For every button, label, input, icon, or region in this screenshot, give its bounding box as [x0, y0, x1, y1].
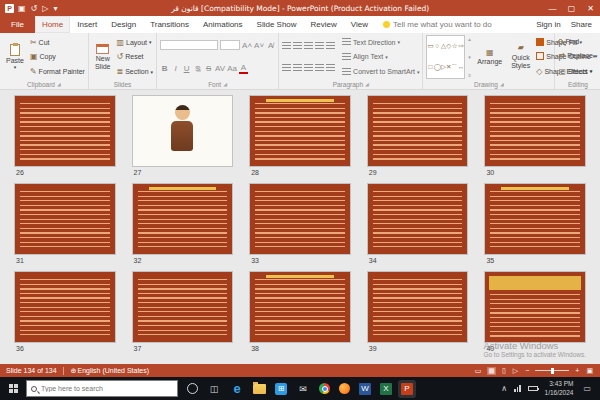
zoom-in-icon[interactable]: +	[574, 367, 580, 374]
shape-icon[interactable]: ○	[435, 43, 439, 50]
paste-button[interactable]: Paste ▾	[3, 35, 27, 79]
taskbar-excel-icon[interactable]: X	[380, 383, 392, 395]
copy-button[interactable]: ▣Copy	[30, 52, 85, 61]
zoom-slider[interactable]	[535, 370, 569, 371]
reading-view-icon[interactable]: ▯	[501, 367, 507, 375]
taskbar-file-explorer-icon[interactable]	[253, 384, 266, 394]
maximize-icon[interactable]: ▢	[562, 0, 581, 16]
share-button[interactable]: Share	[571, 20, 592, 29]
underline-button[interactable]: U	[182, 64, 191, 73]
minimize-icon[interactable]: —	[543, 0, 562, 16]
network-icon[interactable]	[514, 385, 521, 392]
taskbar-clock[interactable]: 3:43 PM 1/16/2024	[545, 380, 574, 396]
shape-icon[interactable]: □	[429, 64, 433, 71]
align-left-icon[interactable]	[282, 64, 291, 72]
slide-thumbnail-35[interactable]	[484, 183, 586, 255]
slide-sorter-view-icon[interactable]: ▦	[487, 367, 496, 375]
format-painter-button[interactable]: ✎Format Painter	[30, 67, 85, 76]
replace-button[interactable]: ⇄Replace▾	[558, 51, 597, 60]
font-name-combobox[interactable]	[160, 40, 218, 50]
font-color-button[interactable]: A	[239, 64, 248, 74]
shape-gallery-scrollbar[interactable]: ▴▾≡	[468, 35, 471, 79]
slide-thumbnail-27[interactable]	[132, 95, 234, 167]
taskbar-firefox-icon[interactable]	[339, 383, 350, 394]
start-slideshow-icon[interactable]: ▷	[42, 4, 48, 13]
taskbar-edge-icon[interactable]: e	[230, 377, 244, 400]
shape-icon[interactable]: ▭	[427, 43, 433, 50]
battery-icon[interactable]	[528, 386, 538, 391]
new-slide-button[interactable]: New Slide	[92, 35, 114, 79]
shape-icon[interactable]: ↔	[458, 64, 465, 71]
decrease-indent-icon[interactable]	[304, 42, 313, 50]
change-case-button[interactable]: Aa	[227, 64, 237, 73]
slide-thumbnail-34[interactable]	[367, 183, 469, 255]
taskbar-mail-icon[interactable]: ✉	[296, 377, 310, 400]
arrange-button[interactable]: ▦ Arrange	[474, 35, 505, 79]
character-spacing-button[interactable]: AV	[215, 64, 225, 73]
customize-qat-icon[interactable]: ▾	[53, 4, 57, 13]
paragraph-dialog-launcher-icon[interactable]: ◢	[365, 81, 369, 87]
justify-icon[interactable]	[315, 64, 324, 72]
taskbar-task-view-icon[interactable]: ◫	[207, 377, 221, 400]
increase-indent-icon[interactable]	[315, 42, 324, 50]
shape-icon[interactable]: ◯	[434, 64, 441, 71]
start-button[interactable]	[0, 377, 26, 400]
reset-button[interactable]: ↺Reset	[116, 52, 153, 61]
sign-in-button[interactable]: Sign in	[536, 20, 560, 29]
slide-thumbnail-39[interactable]	[367, 271, 469, 343]
italic-button[interactable]: I	[171, 64, 180, 73]
line-spacing-icon[interactable]	[326, 42, 335, 50]
align-text-button[interactable]: Align Text▾	[342, 53, 419, 61]
bullets-icon[interactable]	[282, 42, 291, 50]
zoom-out-icon[interactable]: −	[524, 367, 530, 374]
grow-font-icon[interactable]: A˄	[242, 41, 252, 50]
paste-dropdown-icon[interactable]: ▾	[14, 65, 17, 70]
taskbar-store-icon[interactable]: ⊞	[275, 383, 287, 395]
clear-formatting-icon[interactable]: A̸	[266, 41, 275, 50]
taskbar-word-icon[interactable]: W	[359, 383, 371, 395]
slide-thumbnail-33[interactable]	[249, 183, 351, 255]
normal-view-icon[interactable]: ▭	[474, 367, 483, 375]
slide-thumbnail-29[interactable]	[367, 95, 469, 167]
taskbar-cortana-icon[interactable]	[187, 383, 198, 394]
language-label[interactable]: English (United States)	[77, 367, 149, 374]
align-center-icon[interactable]	[293, 64, 302, 72]
tab-file[interactable]: File	[0, 16, 35, 33]
close-icon[interactable]: ✕	[581, 0, 600, 16]
text-direction-button[interactable]: Text Direction▾	[342, 38, 419, 46]
shape-icon[interactable]: ◇	[446, 43, 451, 50]
tab-view[interactable]: View	[344, 16, 375, 33]
slide-thumbnail-32[interactable]	[132, 183, 234, 255]
drawing-dialog-launcher-icon[interactable]: ◢	[500, 81, 504, 87]
numbering-icon[interactable]	[293, 42, 302, 50]
slide-thumbnail-38[interactable]	[249, 271, 351, 343]
tell-me-box[interactable]: Tell me what you want to do	[375, 16, 500, 33]
undo-icon[interactable]: ↺	[31, 4, 38, 13]
zoom-slider-thumb[interactable]	[551, 368, 554, 374]
slide-thumbnail-37[interactable]	[132, 271, 234, 343]
font-dialog-launcher-icon[interactable]: ◢	[223, 81, 227, 87]
taskbar-powerpoint-icon[interactable]: P	[401, 383, 413, 395]
tab-design[interactable]: Design	[104, 16, 143, 33]
convert-smartart-button[interactable]: Convert to SmartArt▾	[342, 68, 419, 76]
taskbar-chrome-icon[interactable]	[319, 383, 330, 394]
slide-thumbnail-36[interactable]	[14, 271, 116, 343]
shape-icon[interactable]: ⇨	[458, 43, 463, 50]
slide-thumbnail-30[interactable]	[484, 95, 586, 167]
clipboard-dialog-launcher-icon[interactable]: ◢	[57, 81, 61, 87]
font-size-combobox[interactable]	[220, 40, 240, 50]
text-shadow-button[interactable]: S	[193, 64, 202, 73]
find-button[interactable]: Find	[558, 38, 597, 45]
search-input[interactable]	[41, 385, 161, 392]
slide-thumbnail-28[interactable]	[249, 95, 351, 167]
select-button[interactable]: ▢Select▾	[558, 67, 597, 76]
tab-transitions[interactable]: Transitions	[143, 16, 196, 33]
tab-slide-show[interactable]: Slide Show	[250, 16, 304, 33]
save-icon[interactable]: ▣	[18, 4, 26, 13]
slide-thumbnail-26[interactable]	[14, 95, 116, 167]
slide-thumbnail-40[interactable]	[484, 271, 586, 343]
layout-button[interactable]: ▥Layout▾	[116, 38, 153, 47]
shape-icon[interactable]: ☆	[452, 43, 458, 50]
slideshow-view-icon[interactable]: ▷	[512, 367, 519, 375]
hidden-icons-chevron-icon[interactable]: ∧	[501, 384, 507, 393]
